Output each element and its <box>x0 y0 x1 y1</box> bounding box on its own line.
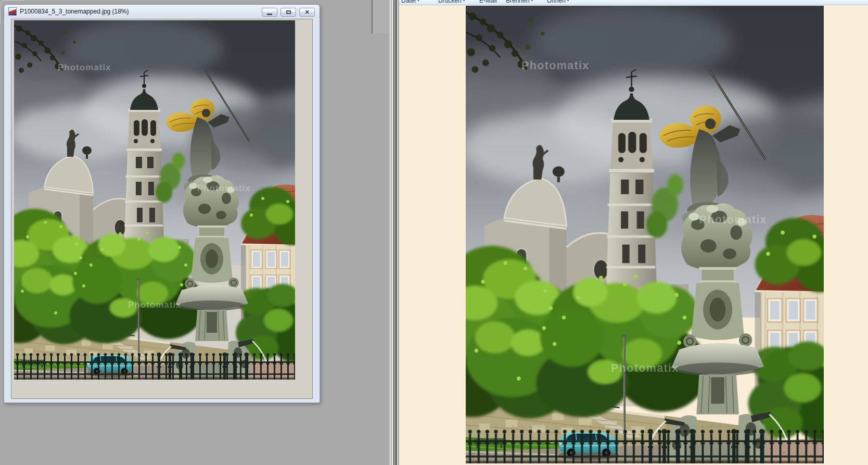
photo-viewer-toolbar: Datei ▾ Drucken ▾ E-Mail Brennen ▾ Öffne… <box>399 0 868 5</box>
maximize-icon <box>286 10 291 14</box>
menu-item-email[interactable]: E-Mail <box>479 0 497 5</box>
menu-label: Brennen <box>506 0 529 4</box>
menu-label: Datei <box>401 0 416 4</box>
menu-label: Drucken <box>438 0 462 4</box>
photo-viewer-window: Datei ▾ Drucken ▾ E-Mail Brennen ▾ Öffne… <box>399 0 868 465</box>
chevron-down-icon: ▾ <box>417 0 419 3</box>
menu-label: E-Mail <box>479 0 497 4</box>
viewer-photo-canvas <box>466 6 824 463</box>
chevron-down-icon: ▾ <box>463 0 465 3</box>
tonemapped-photo-canvas <box>14 20 295 380</box>
desktop: P1000834_5_3_tonemapped.jpg (18%) ✕ <box>0 0 868 465</box>
minimize-icon <box>267 14 272 15</box>
minimize-button[interactable] <box>262 8 277 17</box>
menu-item-brennen[interactable]: Brennen ▾ <box>506 0 533 5</box>
close-button[interactable]: ✕ <box>299 8 315 17</box>
photomatix-image-window: P1000834_5_3_tonemapped.jpg (18%) ✕ <box>4 4 320 403</box>
menu-label: Öffnen <box>547 0 566 4</box>
desktop-edge-band <box>373 0 388 33</box>
photo-viewer-content <box>399 5 868 465</box>
chevron-down-icon: ▾ <box>531 0 533 3</box>
window-titlebar[interactable]: P1000834_5_3_tonemapped.jpg (18%) ✕ <box>4 5 320 18</box>
image-client-area <box>11 19 313 399</box>
window-title: P1000834_5_3_tonemapped.jpg (18%) <box>20 8 129 15</box>
maximize-button[interactable] <box>280 8 296 17</box>
chevron-down-icon: ▾ <box>567 0 569 3</box>
image-file-icon <box>8 7 17 16</box>
photo-viewer-window-frame <box>389 0 399 465</box>
menu-item-oeffnen[interactable]: Öffnen ▾ <box>547 0 569 5</box>
menu-item-drucken[interactable]: Drucken ▾ <box>438 0 465 5</box>
window-controls: ✕ <box>262 8 315 17</box>
menu-item-datei[interactable]: Datei ▾ <box>401 0 419 5</box>
close-icon: ✕ <box>304 9 309 15</box>
